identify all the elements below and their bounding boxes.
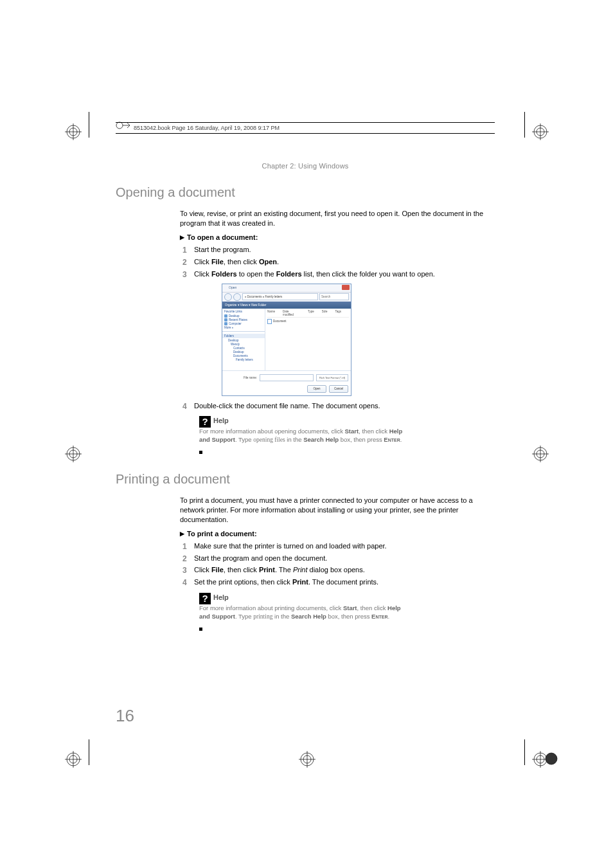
step-1: 1Start the program. bbox=[180, 245, 495, 255]
filename-input[interactable] bbox=[260, 374, 314, 381]
help-block-1: ?Help For more information about opening… bbox=[199, 416, 411, 444]
search-input[interactable]: Search bbox=[319, 293, 349, 300]
favorites-header: Favorite Links bbox=[224, 310, 263, 313]
breadcrumb[interactable]: « Documents » Family letters bbox=[242, 293, 318, 300]
column-headers[interactable]: Name Date modified Type Size Tags bbox=[267, 310, 349, 318]
computer-icon bbox=[224, 322, 227, 325]
section-heading-opening: Opening a document bbox=[116, 185, 495, 200]
sidebar-more[interactable]: More » bbox=[224, 326, 263, 329]
folder-icon bbox=[224, 314, 227, 318]
step-4: 4Double-click the document file name. Th… bbox=[180, 401, 495, 411]
tree-item[interactable]: Desktop bbox=[224, 339, 263, 342]
file-item[interactable]: Document bbox=[267, 319, 349, 324]
procedure-title-print: ▶To print a document: bbox=[180, 530, 495, 538]
header-arrow-icon bbox=[116, 119, 131, 132]
steps-open: 1Start the program. 2Click File, then cl… bbox=[116, 245, 495, 280]
crop-mark-icon bbox=[65, 446, 82, 462]
nav-back-icon[interactable] bbox=[224, 293, 232, 301]
chapter-title: Chapter 2: Using Windows bbox=[116, 162, 495, 170]
step-2: 2Start the program and open the document… bbox=[180, 554, 495, 564]
crop-dot-icon bbox=[543, 750, 560, 767]
svg-point-30 bbox=[116, 122, 123, 129]
step-3: 3Click File, then click Print. The Print… bbox=[180, 565, 495, 575]
open-dialog-screenshot: Open « Documents » Family letters Search… bbox=[222, 284, 351, 396]
procedure-title-open: ▶To open a document: bbox=[180, 233, 495, 241]
filter-dropdown[interactable]: Rich Text Format (*.rtf) bbox=[316, 374, 348, 381]
sidebar-item[interactable]: Desktop bbox=[224, 314, 263, 318]
filename-label: File name: bbox=[225, 376, 257, 379]
tree-item[interactable]: Contacts bbox=[224, 347, 263, 350]
dialog-file-list: Name Date modified Type Size Tags Docume… bbox=[265, 309, 351, 370]
nav-forward-icon[interactable] bbox=[233, 293, 241, 301]
sidebar-item[interactable]: Computer bbox=[224, 322, 263, 325]
tree-item[interactable]: Wendy bbox=[224, 343, 263, 346]
tree-item[interactable]: Family letters bbox=[224, 358, 263, 361]
step-2: 2Click File, then click Open. bbox=[180, 257, 495, 267]
tree-item[interactable]: Desktop bbox=[224, 350, 263, 354]
crop-rule bbox=[524, 739, 525, 765]
dialog-toolbar[interactable]: Organize ▾ Views ▾ New Folder bbox=[222, 302, 351, 309]
crop-mark-icon bbox=[299, 751, 315, 768]
step-3: 3Click Folders to open the Folders list,… bbox=[180, 269, 495, 280]
close-icon[interactable] bbox=[342, 285, 350, 290]
running-header: 8513042.book Page 16 Saturday, April 19,… bbox=[116, 122, 495, 134]
triangle-icon: ▶ bbox=[180, 530, 184, 537]
crop-mark-icon bbox=[65, 751, 82, 768]
section2-intro: To print a document, you must have a pri… bbox=[116, 496, 495, 525]
triangle-icon: ▶ bbox=[180, 234, 184, 240]
help-block-2: ?Help For more information about printin… bbox=[199, 593, 411, 621]
sidebar-item[interactable]: Recent Places bbox=[224, 318, 263, 321]
folder-icon bbox=[224, 318, 227, 321]
header-text: 8513042.book Page 16 Saturday, April 19,… bbox=[134, 125, 280, 131]
end-square-icon bbox=[199, 451, 202, 454]
document-icon bbox=[267, 319, 272, 324]
cancel-button[interactable]: Cancel bbox=[329, 385, 348, 393]
open-button[interactable]: Open bbox=[307, 385, 326, 393]
crop-mark-icon bbox=[65, 123, 82, 140]
step-1: 1Make sure that the printer is turned on… bbox=[180, 541, 495, 552]
crop-rule bbox=[89, 112, 89, 138]
steps-open-cont: 4Double-click the document file name. Th… bbox=[116, 401, 495, 411]
section-heading-printing: Printing a document bbox=[116, 472, 495, 487]
crop-mark-icon bbox=[532, 446, 549, 462]
section1-intro: To view, revise, or print an existing do… bbox=[116, 209, 495, 228]
page-number: 16 bbox=[116, 706, 134, 726]
folders-header[interactable]: Folders bbox=[222, 334, 265, 338]
dialog-sidebar: Favorite Links Desktop Recent Places Com… bbox=[222, 309, 265, 370]
steps-print: 1Make sure that the printer is turned on… bbox=[116, 541, 495, 588]
end-square-icon bbox=[199, 628, 202, 631]
dialog-title: Open bbox=[229, 285, 236, 289]
help-icon: ? bbox=[199, 593, 211, 604]
crop-mark-icon bbox=[532, 123, 549, 140]
crop-rule bbox=[524, 112, 525, 138]
crop-rule bbox=[89, 739, 89, 765]
tree-item[interactable]: Documents bbox=[224, 354, 263, 357]
step-4: 4Set the print options, then click Print… bbox=[180, 577, 495, 588]
help-icon: ? bbox=[199, 416, 211, 428]
